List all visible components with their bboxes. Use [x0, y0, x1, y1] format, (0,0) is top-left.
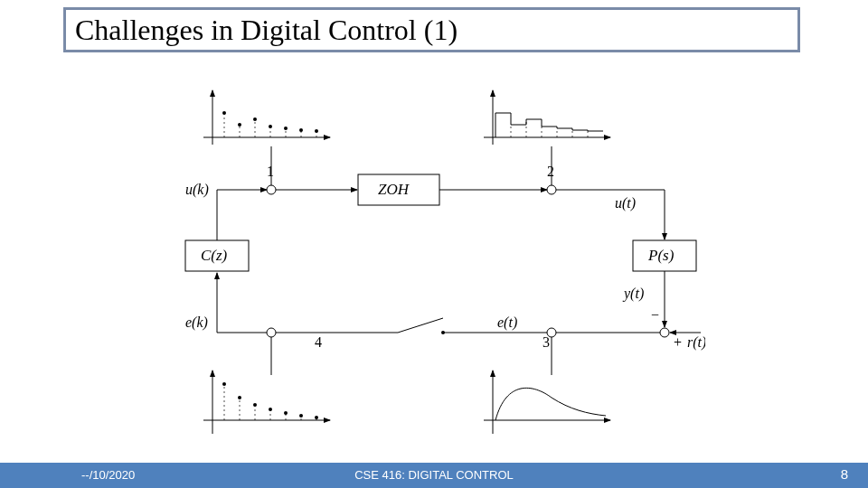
label-ps: P(s): [647, 247, 675, 264]
label-uk: u(k): [185, 182, 209, 198]
label-n1: 1: [267, 164, 274, 179]
label-yt: y(t): [622, 286, 644, 302]
label-n4: 4: [315, 334, 322, 350]
label-ut: u(t): [615, 195, 636, 211]
node-4: [267, 328, 276, 337]
label-cz: C(z): [201, 247, 228, 264]
label-minus: −: [651, 307, 659, 323]
footer-bar: --/10/2020 CSE 416: DIGITAL CONTROL 8: [0, 463, 868, 488]
label-rt: r(t): [687, 334, 705, 351]
label-et: e(t): [497, 314, 517, 331]
label-n3b: 3: [542, 334, 550, 350]
plot-et: [484, 371, 610, 434]
footer-page: 8: [841, 466, 848, 482]
node-1: [267, 185, 276, 194]
plot-uk: [203, 90, 330, 145]
svg-line-36: [398, 318, 443, 333]
diagram-svg: u(k) 1 ZOH 2 u(t) P(s) y(t) −: [163, 63, 705, 443]
label-ek: e(k): [185, 314, 208, 331]
page-title: Challenges in Digital Control (1): [75, 14, 788, 47]
footer-course: CSE 416: DIGITAL CONTROL: [0, 468, 868, 482]
node-3-dot: [547, 328, 556, 337]
plot-ek: [203, 371, 330, 434]
node-2: [547, 185, 556, 194]
slide: Challenges in Digital Control (1): [0, 0, 868, 488]
label-plus: +: [674, 334, 682, 350]
label-zoh: ZOH: [378, 181, 410, 198]
node-3: [660, 328, 669, 337]
svg-point-37: [441, 331, 445, 334]
label-n2: 2: [547, 164, 554, 179]
title-box: Challenges in Digital Control (1): [63, 7, 800, 52]
block-diagram: u(k) 1 ZOH 2 u(t) P(s) y(t) −: [163, 63, 705, 443]
plot-ut: [484, 90, 610, 145]
